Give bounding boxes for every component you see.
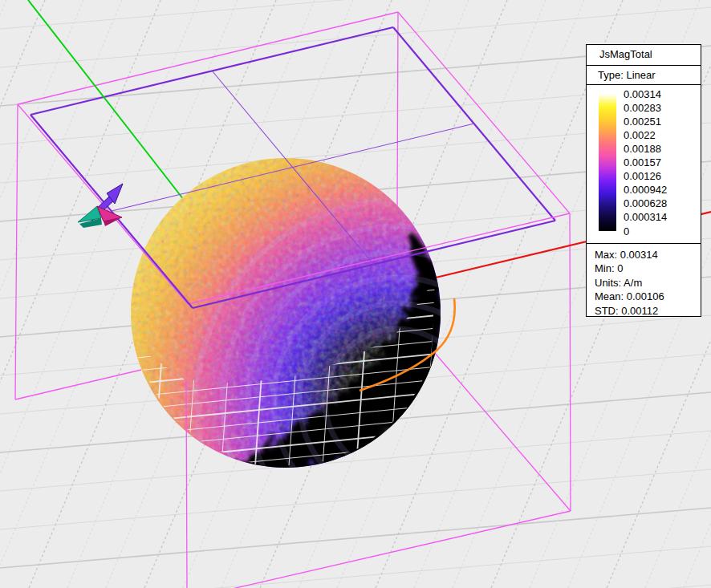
scale-label: 0.00188 [624,143,661,155]
scale-label: 0.00157 [624,156,661,168]
scale-label: 0.0022 [624,129,656,141]
scale-label: 0.00314 [624,88,661,100]
cs-triad [78,184,123,228]
color-scale-bar [599,94,616,231]
stat-line: Min: 0 [595,262,701,275]
y-axis-line [28,0,184,200]
stat-line: Units: A/m [595,276,701,290]
scale-label: 0.000628 [624,197,667,209]
legend-scale-type: Type: Linear [587,65,701,84]
hfss-modeler-window: JsMagTotal Type: Linear 0.003140.002830.… [0,0,711,588]
field-legend-panel[interactable]: JsMagTotal Type: Linear 0.003140.002830.… [586,44,701,317]
scale-label: 0 [624,225,629,237]
scale-label: 0.000314 [624,211,667,223]
scale-label: 0.00283 [624,102,661,114]
scale-label: 0.000942 [624,184,667,196]
stat-line: Max: 0.00314 [595,248,701,262]
legend-title: JsMagTotal [587,45,701,65]
scale-label: 0.00126 [624,170,661,182]
field-plot-sphere [120,148,598,588]
stat-line: Mean: 0.00106 [595,290,701,303]
legend-statistics: Max: 0.00314Min: 0Units: A/mMean: 0.0010… [587,243,701,316]
legend-color-scale: 0.003140.002830.002510.00220.001880.0015… [587,84,701,243]
stat-line: STD: 0.00112 [595,304,701,318]
scale-label: 0.00251 [624,116,661,128]
